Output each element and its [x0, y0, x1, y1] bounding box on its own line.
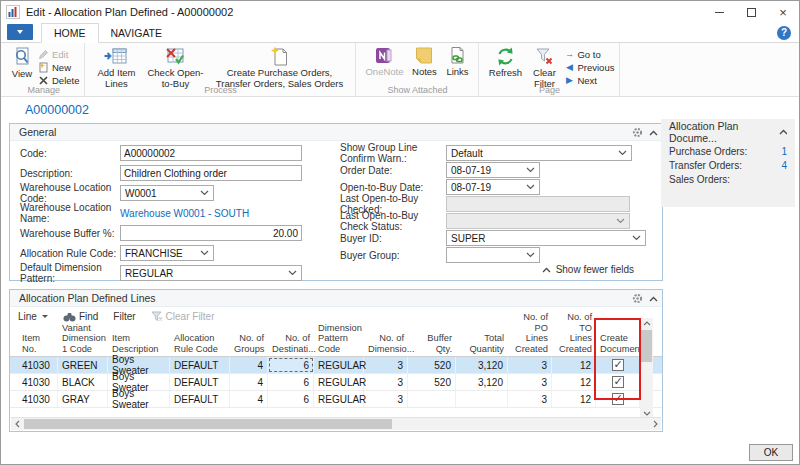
cell-item-no[interactable]: 41030: [10, 374, 58, 390]
column-header-item-no[interactable]: Item No.: [10, 333, 58, 356]
view-button[interactable]: View: [8, 45, 36, 81]
column-header-allocation-rule[interactable]: Allocation Rule Code: [170, 333, 230, 356]
links-button[interactable]: Links: [441, 45, 473, 79]
buyer-id-select[interactable]: SUPER: [446, 230, 646, 246]
create-documents-checkbox[interactable]: [612, 359, 624, 371]
check-open-to-buy-button[interactable]: Check Open-to-Buy: [142, 45, 208, 91]
filter-button[interactable]: Filter: [113, 311, 135, 322]
column-header-no-of-dimensions[interactable]: No. of Dimensio...: [364, 333, 408, 356]
cell-to-lines[interactable]: 12: [552, 357, 596, 373]
column-header-total-quantity[interactable]: Total Quantity: [456, 333, 508, 356]
order-date-select[interactable]: 08-07-19: [446, 162, 540, 178]
table-row[interactable]: 41030 GREEN Boys Sweater DEFAULT 4 6 REG…: [10, 357, 662, 374]
grid-vertical-scrollbar[interactable]: [640, 318, 653, 419]
cell-rule[interactable]: DEFAULT: [170, 391, 230, 407]
scroll-right-arrow-icon[interactable]: [649, 418, 661, 430]
cell-po-lines[interactable]: 3: [508, 374, 552, 390]
cell-total-qty[interactable]: [456, 391, 508, 407]
collapse-chevron-icon[interactable]: [649, 130, 658, 136]
transfer-orders-count-link[interactable]: 4: [781, 160, 787, 171]
close-button[interactable]: ×: [767, 1, 799, 23]
cell-po-lines[interactable]: 3: [508, 357, 552, 373]
cell-pattern[interactable]: REGULAR: [314, 391, 364, 407]
column-header-item-description[interactable]: Item Description: [108, 333, 170, 356]
cell-total-qty[interactable]: 3,120: [456, 374, 508, 390]
application-menu-button[interactable]: [7, 24, 33, 40]
cell-dimensions[interactable]: 3: [364, 357, 408, 373]
cell-rule[interactable]: DEFAULT: [170, 374, 230, 390]
open-to-buy-date-select[interactable]: 08-07-19: [446, 179, 540, 195]
default-dimension-pattern-select[interactable]: REGULAR: [120, 265, 302, 281]
warehouse-location-code-select[interactable]: W0001: [120, 185, 214, 201]
cell-pattern[interactable]: REGULAR: [314, 374, 364, 390]
cell-dimensions[interactable]: 3: [364, 374, 408, 390]
code-input[interactable]: [120, 145, 302, 161]
cell-to-lines[interactable]: 12: [552, 374, 596, 390]
column-header-dimension-pattern[interactable]: Dimension Pattern Code: [314, 323, 364, 356]
column-header-to-lines-created[interactable]: No. of TO Lines Created: [552, 312, 596, 356]
column-header-buffer-qty[interactable]: Buffer Qty.: [408, 333, 456, 356]
cell-dimensions[interactable]: 3: [364, 391, 408, 407]
warehouse-buffer-input[interactable]: [120, 225, 302, 241]
description-input[interactable]: [120, 165, 302, 181]
cell-destinations[interactable]: 6: [268, 374, 314, 390]
minimize-button[interactable]: [703, 1, 735, 23]
create-orders-button[interactable]: Create Purchase Orders, Transfer Orders,…: [208, 45, 350, 91]
cell-destinations[interactable]: 6: [268, 391, 314, 407]
cell-buffer-qty[interactable]: [408, 391, 456, 407]
show-fewer-fields-link[interactable]: Show fewer fields: [542, 264, 634, 275]
table-row[interactable]: 41030 GRAY Boys Sweater DEFAULT 4 6 REGU…: [10, 391, 662, 408]
collapse-chevron-icon[interactable]: [649, 296, 658, 302]
vertical-scroll-thumb[interactable]: [641, 330, 652, 362]
clear-filter-button[interactable]: Clear Filter: [526, 45, 562, 91]
previous-button[interactable]: ◀ Previous: [564, 61, 614, 73]
table-row[interactable]: 41030 BLACK Boys Sweater DEFAULT 4 6 REG…: [10, 374, 662, 391]
cell-description[interactable]: Boys Sweater: [108, 391, 170, 407]
column-header-no-of-groups[interactable]: No. of Groups: [230, 333, 268, 356]
maximize-button[interactable]: [735, 1, 767, 23]
scroll-up-arrow-icon[interactable]: [640, 318, 653, 329]
gear-icon[interactable]: [632, 293, 643, 304]
cell-groups[interactable]: 4: [230, 391, 268, 407]
column-header-po-lines-created[interactable]: No. of PO Lines Created: [508, 312, 552, 356]
allocation-rule-code-select[interactable]: FRANCHISE: [120, 245, 214, 261]
buyer-group-select[interactable]: [446, 247, 540, 263]
cell-total-qty[interactable]: 3,120: [456, 357, 508, 373]
add-item-lines-button[interactable]: Add Item Lines: [90, 45, 142, 91]
cell-item-no[interactable]: 41030: [10, 391, 58, 407]
line-menu-button[interactable]: Line: [18, 311, 48, 322]
horizontal-scroll-thumb[interactable]: [24, 419, 392, 429]
tab-navigate[interactable]: NAVIGATE: [99, 24, 175, 42]
cell-buffer-qty[interactable]: 520: [408, 374, 456, 390]
warehouse-location-name-link[interactable]: Warehouse W0001 - SOUTH: [120, 208, 249, 219]
find-button[interactable]: Find: [63, 311, 98, 322]
cell-to-lines[interactable]: 12: [552, 391, 596, 407]
purchase-orders-count-link[interactable]: 1: [781, 146, 787, 157]
column-header-variant-dimension[interactable]: Variant Dimension 1 Code: [58, 323, 108, 356]
cell-pattern[interactable]: REGULAR: [314, 357, 364, 373]
cell-groups[interactable]: 4: [230, 374, 268, 390]
create-documents-checkbox[interactable]: [612, 393, 624, 405]
cell-buffer-qty[interactable]: 520: [408, 357, 456, 373]
notes-button[interactable]: Notes: [407, 45, 441, 79]
go-to-button[interactable]: → Go to: [564, 48, 614, 60]
ok-button[interactable]: OK: [749, 444, 793, 461]
column-header-no-of-destinations[interactable]: No. of Destinati...: [268, 333, 314, 356]
cell-rule[interactable]: DEFAULT: [170, 357, 230, 373]
grid-horizontal-scrollbar[interactable]: [11, 417, 661, 430]
show-group-line-confirm-select[interactable]: Default: [446, 145, 632, 161]
collapse-chevron-icon[interactable]: [779, 129, 787, 135]
cell-variant[interactable]: GRAY: [58, 391, 108, 407]
tab-home[interactable]: HOME: [41, 23, 99, 43]
column-header-create-documents[interactable]: Create Documents: [596, 333, 640, 356]
scroll-left-arrow-icon[interactable]: [11, 418, 23, 430]
cell-destinations-focused[interactable]: 6: [268, 357, 314, 373]
cell-item-no[interactable]: 41030: [10, 357, 58, 373]
help-icon[interactable]: ?: [777, 26, 791, 40]
new-button[interactable]: New: [38, 61, 79, 73]
cell-po-lines[interactable]: 3: [508, 391, 552, 407]
cell-variant[interactable]: GREEN: [58, 357, 108, 373]
create-documents-checkbox[interactable]: [612, 376, 624, 388]
cell-groups[interactable]: 4: [230, 357, 268, 373]
gear-icon[interactable]: [632, 127, 643, 138]
